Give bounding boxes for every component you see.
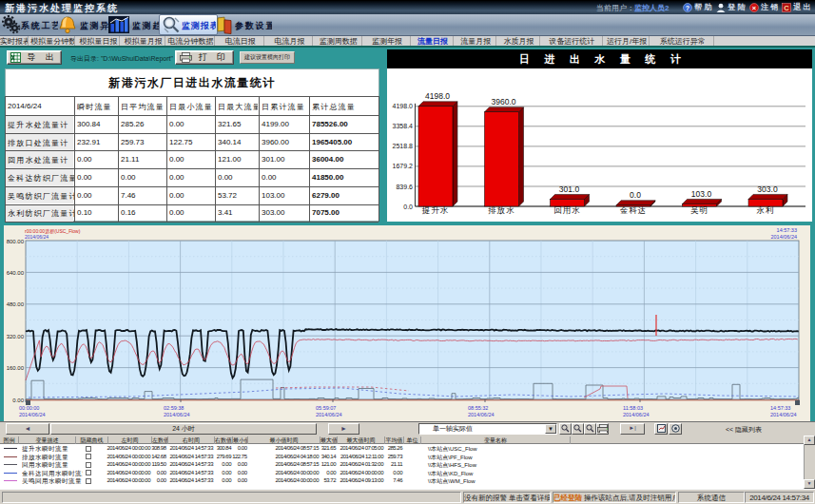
svg-text:0.0: 0.0 xyxy=(630,190,641,200)
svg-text:排放水: 排放水 xyxy=(488,205,515,215)
svg-text:301.0: 301.0 xyxy=(559,184,580,194)
svg-text:800.00: 800.00 xyxy=(7,239,25,244)
svg-text:839.6: 839.6 xyxy=(396,184,413,190)
svg-text:C: C xyxy=(784,4,789,12)
svg-text:金科达: 金科达 xyxy=(620,205,648,215)
svg-text:0.0: 0.0 xyxy=(403,204,413,210)
svg-text:0.00: 0.00 xyxy=(12,397,24,403)
svg-text:永利: 永利 xyxy=(757,205,775,215)
svg-text:480.00: 480.00 xyxy=(7,301,25,307)
svg-text:提升水: 提升水 xyxy=(421,205,450,215)
svg-text:2518.8: 2518.8 xyxy=(393,143,414,149)
svg-text:3358.4: 3358.4 xyxy=(393,123,414,129)
svg-text:160.00: 160.00 xyxy=(7,365,25,371)
svg-text:103.0: 103.0 xyxy=(691,189,712,199)
svg-text:4198.0: 4198.0 xyxy=(425,91,450,101)
svg-text:1679.2: 1679.2 xyxy=(393,163,414,169)
svg-text:640.00: 640.00 xyxy=(7,270,25,276)
svg-text:?: ? xyxy=(686,5,689,11)
svg-text:回用水: 回用水 xyxy=(553,205,581,215)
svg-text:×: × xyxy=(752,4,757,12)
svg-text:4198.0: 4198.0 xyxy=(393,103,414,109)
svg-text:吴明: 吴明 xyxy=(690,205,708,215)
svg-text:303.0: 303.0 xyxy=(757,184,778,194)
svg-text:3960.0: 3960.0 xyxy=(492,97,516,107)
svg-text:320.00: 320.00 xyxy=(7,334,25,339)
